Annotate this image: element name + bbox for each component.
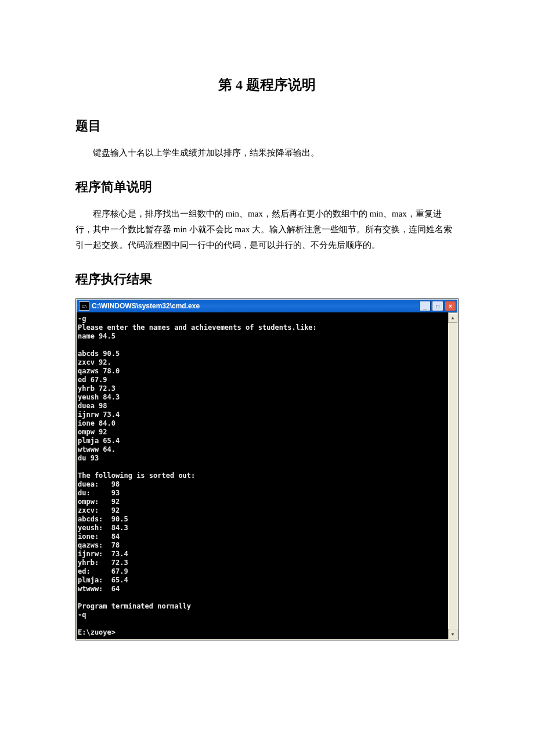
scrollbar[interactable]: ▲ ▼ (448, 312, 457, 639)
close-button[interactable]: × (445, 301, 456, 311)
minimize-button[interactable]: _ (419, 301, 431, 311)
heading-result: 程序执行结果 (75, 271, 459, 288)
page-title: 第 4 题程序说明 (75, 75, 459, 94)
heading-problem: 题目 (75, 117, 459, 135)
problem-body: 键盘输入十名以上学生成绩并加以排序，结果按降幂输出。 (75, 145, 459, 161)
terminal-output: -g Please enter the names and achievemen… (77, 312, 448, 639)
terminal-window: c:\ C:\WINDOWS\system32\cmd.exe _ □ × -g… (75, 298, 459, 640)
titlebar: c:\ C:\WINDOWS\system32\cmd.exe _ □ × (77, 300, 457, 312)
scroll-down-icon[interactable]: ▼ (448, 629, 457, 639)
document-page: 第 4 题程序说明 题目 键盘输入十名以上学生成绩并加以排序，结果按降幂输出。 … (0, 0, 534, 675)
description-body: 程序核心是，排序找出一组数中的 min、max，然后再在更小的数组中的 min、… (75, 206, 459, 253)
cmd-icon: c:\ (79, 301, 89, 311)
maximize-button[interactable]: □ (432, 301, 443, 311)
scroll-track[interactable] (448, 323, 457, 629)
heading-description: 程序简单说明 (75, 178, 459, 196)
window-title: C:\WINDOWS\system32\cmd.exe (92, 302, 418, 310)
scroll-up-icon[interactable]: ▲ (448, 312, 457, 323)
